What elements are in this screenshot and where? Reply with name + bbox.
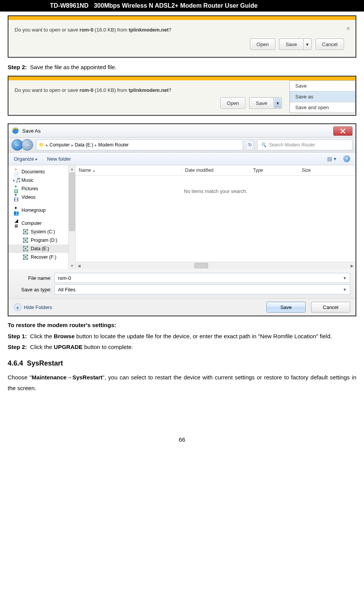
save-dropdown-arrow[interactable]: ▾ — [273, 97, 282, 109]
page-header: TD-W8961ND 300Mbps Wireless N ADSL2+ Mod… — [0, 0, 364, 12]
tree-homegroup[interactable]: ▸👥Homegroup — [8, 206, 75, 214]
menu-save-and-open[interactable]: Save and open — [290, 102, 355, 113]
organize-menu[interactable]: Organize — [14, 156, 37, 162]
ie-accent-bar — [8, 16, 356, 20]
scroll-up-icon[interactable]: ▲ — [69, 165, 75, 172]
file-list: Name ▲ Date modified Type Size No items … — [76, 165, 356, 269]
search-input[interactable]: 🔍 Search Modem Router — [257, 140, 352, 150]
restore-step2: Step 2: Click the UPGRADE button to comp… — [8, 343, 356, 352]
model-number: TD-W8961ND — [50, 2, 88, 9]
restore-step1: Step 1: Click the Browse button to locat… — [8, 332, 356, 341]
filetype-label: Save as type: — [14, 287, 55, 293]
refresh-button[interactable]: ↻ — [246, 140, 254, 150]
save-as-dialog: Save As ← → 📁 ▸ Computer ▸ Data (E:) ▸ M… — [8, 123, 356, 316]
sidebar-scrollbar[interactable]: ▲ ▼ — [68, 165, 75, 269]
folder-icon: 📁 — [39, 142, 45, 148]
scroll-left-icon[interactable]: ◀ — [76, 262, 83, 269]
save-button[interactable]: Save — [266, 302, 306, 312]
save-button[interactable]: Save — [249, 97, 273, 109]
window-close-button[interactable] — [333, 126, 352, 136]
scroll-right-icon[interactable]: ▶ — [349, 262, 356, 269]
nav-forward-button[interactable]: → — [22, 139, 33, 151]
save-button[interactable]: Save — [279, 38, 303, 50]
cancel-button[interactable]: Cancel — [316, 38, 344, 50]
guide-title: 300Mbps Wireless N ADSL2+ Modem Router U… — [94, 2, 257, 9]
download-prompt-text: Do you want to open or save rom-0 (16.0 … — [15, 27, 171, 33]
chevron-down-icon[interactable]: ▼ — [343, 288, 347, 292]
filetype-select[interactable]: All Files ▼ — [55, 284, 350, 294]
scroll-down-icon[interactable]: ▼ — [69, 262, 75, 269]
new-folder-button[interactable]: New folder — [47, 156, 71, 162]
scroll-thumb[interactable] — [69, 173, 75, 231]
filename-input[interactable]: rom-0 ▼ — [55, 273, 350, 283]
help-icon[interactable]: ? — [343, 155, 350, 162]
ie-icon — [12, 127, 19, 135]
section-paragraph: Choose "Maintenance→SysRestart", you can… — [8, 372, 356, 394]
hide-folders-toggle[interactable]: ▲ Hide Folders — [14, 303, 52, 311]
menu-save[interactable]: Save — [290, 81, 355, 91]
restore-title: To restore the modem router's settings: — [8, 321, 356, 330]
save-dropdown-arrow[interactable]: ▾ — [303, 38, 312, 50]
save-dropdown-menu: Save Save as Save and open — [290, 80, 356, 113]
filename-label: File name: — [14, 275, 55, 281]
tree-videos[interactable]: ▸🎞Videos — [8, 193, 75, 201]
collapse-icon: ▲ — [14, 303, 22, 311]
ie-accent-bar — [8, 76, 356, 80]
cancel-button[interactable]: Cancel — [311, 302, 350, 312]
folder-tree: ▸📄Documents ▸🎵Music ▸🖼Pictures ▸🎞Videos … — [8, 165, 76, 269]
menu-save-as[interactable]: Save as — [290, 91, 355, 102]
breadcrumb[interactable]: 📁 ▸ Computer ▸ Data (E:) ▸ Modem Router — [36, 140, 243, 150]
download-prompt-1: Do you want to open or save rom-0 (16.0 … — [8, 15, 356, 58]
search-icon: 🔍 — [261, 142, 266, 148]
tree-drive-c[interactable]: 💽System (C:) — [8, 228, 75, 236]
step-2-line: Step 2: Save the file as the appointed f… — [8, 64, 356, 70]
tree-drive-d[interactable]: 💽Program (D:) — [8, 236, 75, 244]
tree-drive-e[interactable]: 💽Data (E:) — [8, 244, 75, 253]
view-options-icon[interactable]: ▤ ▾ — [327, 156, 336, 162]
tree-drive-f[interactable]: 💽Recover (F:) — [8, 253, 75, 261]
section-heading: 4.6.4 SysRestart — [8, 359, 356, 367]
download-prompt-2: Do you want to open or save rom-0 (16.0 … — [8, 76, 356, 116]
dialog-title: Save As — [22, 128, 41, 134]
h-scroll-thumb[interactable] — [194, 263, 208, 268]
empty-message: No items match your search. — [76, 188, 356, 194]
close-icon[interactable]: × — [346, 25, 350, 33]
column-headers[interactable]: Name ▲ Date modified Type Size — [76, 165, 356, 176]
tree-documents[interactable]: ▸📄Documents — [8, 168, 75, 176]
open-button[interactable]: Open — [220, 97, 246, 109]
page-number: 66 — [8, 436, 356, 443]
chevron-down-icon[interactable]: ▼ — [343, 276, 347, 280]
horizontal-scrollbar[interactable]: ◀ ▶ — [76, 262, 356, 269]
tree-computer[interactable]: ◢🖥Computer — [8, 219, 75, 228]
download-prompt-text: Do you want to open or save rom-0 (16.0 … — [15, 87, 171, 93]
open-button[interactable]: Open — [250, 38, 275, 50]
